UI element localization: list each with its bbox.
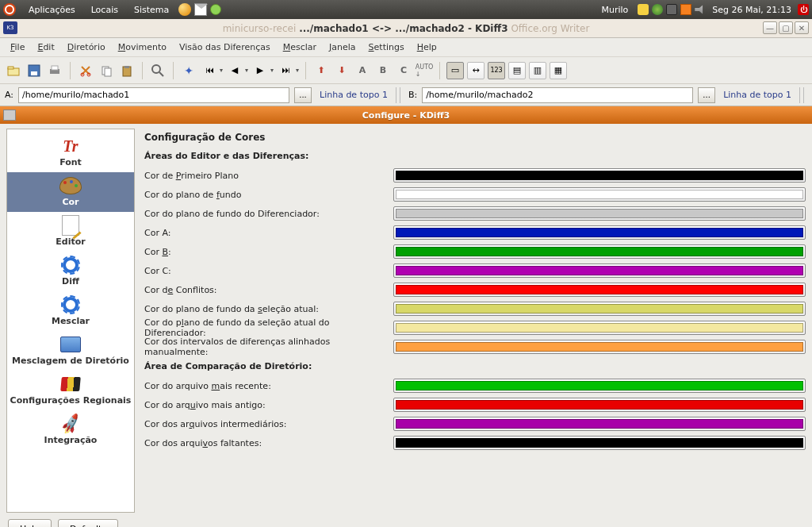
dialog-titlebar: Configure - KDiff3 [0,106,812,124]
nav-last-icon[interactable]: ⏭ [277,62,294,79]
category-cor[interactable]: Cor [7,172,134,212]
browse-a-button[interactable]: ... [294,87,312,103]
maximize-button[interactable]: ▢ [779,21,793,34]
color-button[interactable] [393,244,806,259]
save-icon[interactable] [25,62,43,79]
status-b: Linha de topo 1 [720,90,795,100]
line-numbers-icon[interactable]: 123 [488,62,505,79]
nav-first-icon[interactable]: ⏮ [201,62,218,79]
color-button[interactable] [393,302,806,316]
nav-next-icon[interactable]: ▶ [251,62,269,79]
close-button[interactable]: ✕ [795,21,809,34]
color-button[interactable] [393,225,806,240]
menu-settings[interactable]: Settings [363,40,410,55]
color-button[interactable] [393,417,806,431]
view-toggle-icon[interactable]: ↔ [467,62,485,79]
color-row: Cor B: [144,242,806,261]
tray-disk-icon[interactable] [666,4,677,15]
merge-down-icon[interactable]: ⬇ [333,62,350,79]
nav-all-icon[interactable]: ✦ [180,62,197,79]
nav-prev-icon[interactable]: ◀ [226,62,243,79]
splitter-handle[interactable] [396,87,400,103]
category-regional[interactable]: Configurações Regionais [7,371,134,410]
svg-rect-5 [52,66,58,70]
color-label: Cor de Primeiro Plano [144,171,385,181]
color-button[interactable] [393,436,806,450]
firefox-icon[interactable] [178,3,191,16]
panel-apps[interactable]: Aplicações [22,2,82,17]
menu-movimento[interactable]: Movimento [113,40,172,55]
menu-help[interactable]: Help [412,40,442,55]
merge-up-icon[interactable]: ⬆ [312,62,330,79]
menu-mesclar[interactable]: Mesclar [278,40,322,55]
panel-places[interactable]: Locais [85,2,124,17]
svg-point-12 [152,65,160,73]
defaults-button[interactable]: Defaults [58,519,118,527]
help-button[interactable]: Help [8,519,52,527]
mesclar-icon [57,294,84,315]
layout1-icon[interactable]: ▤ [508,62,526,79]
tray-icon-2[interactable] [652,4,663,15]
color-button[interactable] [393,379,806,393]
category-label: Mesclar [52,316,90,326]
copy-icon[interactable] [98,62,115,79]
integ-icon: 🚀 [57,414,84,434]
view-split-icon[interactable]: ▭ [446,62,464,79]
splitter-handle2[interactable] [799,87,804,103]
menu-visãodasdiferenças[interactable]: Visão das Diferenças [174,40,276,55]
power-icon[interactable]: ⏻ [798,4,809,15]
category-integ[interactable]: 🚀Integração [7,410,134,450]
category-diff[interactable]: Diff [7,252,134,291]
layout3-icon[interactable]: ▦ [550,62,567,79]
volume-icon[interactable] [695,4,706,15]
select-a-icon[interactable]: A [354,62,371,79]
menu-diretório[interactable]: Diretório [62,40,111,55]
open-icon[interactable] [5,62,22,79]
path-a-input[interactable] [18,87,289,103]
pathbar: A: ... Linha de topo 1 B: ... Linha de t… [0,84,812,106]
color-row: Cor dos arquivos faltantes: [144,433,806,452]
title-faded-r: Office.org Writer [511,23,589,34]
section2-header: Área de Comparação de Diretório: [144,361,806,371]
menu-edit[interactable]: Edit [32,40,59,55]
color-button[interactable] [393,206,806,221]
mail-icon[interactable] [194,3,207,16]
svg-rect-3 [31,71,37,75]
category-font[interactable]: TrFont [7,133,134,172]
path-b-input[interactable] [422,87,693,103]
color-row: Cor de Conflitos: [144,280,806,299]
select-c-icon[interactable]: C [395,62,412,79]
panel-user[interactable]: Murilo [595,2,634,17]
select-b-icon[interactable]: B [374,62,392,79]
print-icon[interactable] [46,62,63,79]
panel-clock[interactable]: Seg 26 Mai, 21:13 [709,2,795,17]
cor-icon [57,175,84,196]
find-icon[interactable] [149,62,167,79]
color-row: Cor do arquivo mais antigo: [144,395,806,414]
category-mesclar[interactable]: Mesclar [7,291,134,331]
color-button[interactable] [393,168,806,183]
category-mescdir[interactable]: Mesclagem de Diretório [7,331,134,371]
color-button[interactable] [393,264,806,278]
browse-b-button[interactable]: ... [698,87,715,103]
layout2-icon[interactable]: ▥ [529,62,546,79]
minimize-button[interactable]: — [763,21,777,34]
color-button[interactable] [393,321,806,335]
menu-janela[interactable]: Janela [324,40,362,55]
color-button[interactable] [393,398,806,412]
color-row: Cor C: [144,261,806,280]
tray-update-icon[interactable] [680,4,691,15]
color-button[interactable] [393,340,806,354]
category-label: Editor [56,237,85,247]
panel-system[interactable]: Sistema [128,2,175,17]
pidgin-icon[interactable] [210,4,221,15]
auto-icon[interactable]: AUTO↓ [416,62,433,79]
tray-icon-1[interactable] [638,4,649,15]
cut-icon[interactable] [77,62,94,79]
ubuntu-logo-icon[interactable] [3,3,16,16]
color-button[interactable] [393,283,806,297]
menu-file[interactable]: File [5,40,30,55]
paste-icon[interactable] [118,62,136,79]
category-editor[interactable]: Editor [7,212,134,252]
color-button[interactable] [393,187,806,202]
